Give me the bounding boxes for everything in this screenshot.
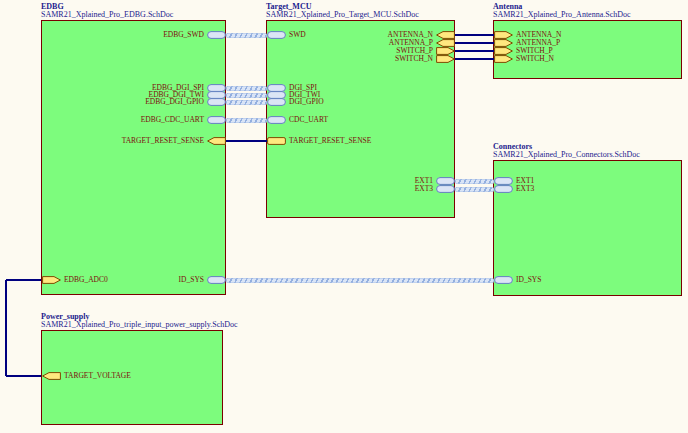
power-supply-title-block: Power_supplySAMR21_Xplained_Pro_triple_i… bbox=[41, 313, 238, 330]
port-label-edbg-edbg-swd: EDBG_SWD bbox=[45, 31, 204, 39]
harness-wire-ext1[interactable] bbox=[455, 179, 494, 184]
net-wire-target-reset-sense[interactable] bbox=[226, 140, 267, 142]
port-antenna-antenna-p[interactable] bbox=[494, 39, 513, 47]
net-wire-switch-n[interactable] bbox=[455, 58, 494, 60]
port-target-mcu-antenna-p[interactable] bbox=[436, 39, 455, 47]
net-wire-switch-p[interactable] bbox=[455, 50, 494, 52]
port-edbg-edbg-dgi-gpio[interactable] bbox=[207, 98, 226, 106]
port-edbg-target-reset-sense[interactable] bbox=[207, 137, 226, 145]
port-target-mcu-switch-n[interactable] bbox=[436, 55, 455, 63]
port-target-mcu-ext3[interactable] bbox=[436, 185, 455, 193]
port-label-target-mcu-ext1: EXT1 bbox=[270, 177, 433, 185]
net-wire-edbg-adc0-to-target-voltage[interactable] bbox=[5, 280, 7, 376]
port-label-power-supply-target-voltage: TARGET_VOLTAGE bbox=[64, 372, 131, 380]
port-label-target-mcu-target-reset-sense: TARGET_RESET_SENSE bbox=[289, 137, 371, 145]
net-wire-antenna-n[interactable] bbox=[455, 34, 494, 36]
antenna-doc-name: SAMR21_Xplained_Pro_Antenna.SchDoc bbox=[493, 11, 631, 20]
port-label-connectors-ext3: EXT3 bbox=[516, 185, 534, 193]
port-label-antenna-switch-n: SWITCH_N bbox=[516, 55, 554, 63]
port-target-mcu-cdc-uart[interactable] bbox=[267, 116, 286, 124]
edbg-title-block: EDBGSAMR21_Xplained_Pro_EDBG.SchDoc bbox=[41, 3, 173, 20]
port-edbg-edbg-cdc-uart[interactable] bbox=[207, 116, 226, 124]
port-label-edbg-edbg-cdc-uart: EDBG_CDC_UART bbox=[45, 116, 204, 124]
harness-wire-dgi-spi[interactable] bbox=[226, 86, 267, 91]
port-power-supply-target-voltage[interactable] bbox=[42, 372, 61, 380]
port-target-mcu-switch-p[interactable] bbox=[436, 47, 455, 55]
harness-wire-swd[interactable] bbox=[226, 33, 267, 38]
port-target-mcu-ext1[interactable] bbox=[436, 177, 455, 185]
port-edbg-edbg-adc0[interactable] bbox=[42, 276, 61, 284]
harness-wire-ext3[interactable] bbox=[455, 187, 494, 192]
sheet-symbol-edbg[interactable] bbox=[41, 20, 226, 295]
port-label-target-mcu-cdc-uart: CDC_UART bbox=[289, 116, 328, 124]
port-edbg-id-sys[interactable] bbox=[207, 276, 226, 284]
port-label-edbg-edbg-dgi-gpio: EDBG_DGI_GPIO bbox=[45, 98, 204, 106]
port-connectors-ext3[interactable] bbox=[494, 185, 513, 193]
port-antenna-switch-n[interactable] bbox=[494, 55, 513, 63]
port-target-mcu-dgi-gpio[interactable] bbox=[267, 98, 286, 106]
port-antenna-antenna-n[interactable] bbox=[494, 31, 513, 39]
port-label-edbg-edbg-adc0: EDBG_ADC0 bbox=[64, 276, 108, 284]
connectors-title-block: ConnectorsSAMR21_Xplained_Pro_Connectors… bbox=[493, 143, 640, 160]
port-edbg-edbg-swd[interactable] bbox=[207, 31, 226, 39]
harness-wire-dgi-twi[interactable] bbox=[226, 93, 267, 98]
target-mcu-title-block: Target_MCUSAMR21_Xplained_Pro_Target_MCU… bbox=[266, 3, 419, 20]
port-connectors-ext1[interactable] bbox=[494, 177, 513, 185]
port-connectors-id-sys[interactable] bbox=[494, 276, 513, 284]
net-wire-antenna-p[interactable] bbox=[455, 42, 494, 44]
net-wire-edbg-adc0-to-target-voltage[interactable] bbox=[6, 279, 41, 281]
net-wire-edbg-adc0-to-target-voltage[interactable] bbox=[6, 375, 41, 377]
antenna-title-block: AntennaSAMR21_Xplained_Pro_Antenna.SchDo… bbox=[493, 3, 631, 20]
port-label-edbg-target-reset-sense: TARGET_RESET_SENSE bbox=[45, 137, 204, 145]
port-label-target-mcu-ext3: EXT3 bbox=[270, 185, 433, 193]
port-target-mcu-target-reset-sense[interactable] bbox=[267, 137, 286, 145]
schematic-sheet: EDBGSAMR21_Xplained_Pro_EDBG.SchDocEDBG_… bbox=[0, 0, 688, 433]
harness-wire-id-sys[interactable] bbox=[226, 278, 494, 283]
target-mcu-doc-name: SAMR21_Xplained_Pro_Target_MCU.SchDoc bbox=[266, 11, 419, 20]
port-label-target-mcu-dgi-gpio: DGI_GPIO bbox=[289, 98, 324, 106]
port-label-connectors-id-sys: ID_SYS bbox=[516, 276, 541, 284]
connectors-doc-name: SAMR21_Xplained_Pro_Connectors.SchDoc bbox=[493, 151, 640, 160]
harness-wire-cdc-uart[interactable] bbox=[226, 118, 267, 123]
port-antenna-switch-p[interactable] bbox=[494, 47, 513, 55]
port-target-mcu-antenna-n[interactable] bbox=[436, 31, 455, 39]
power-supply-doc-name: SAMR21_Xplained_Pro_triple_input_power_s… bbox=[41, 321, 238, 330]
harness-wire-dgi-gpio[interactable] bbox=[226, 100, 267, 105]
port-label-target-mcu-switch-n: SWITCH_N bbox=[270, 55, 433, 63]
edbg-doc-name: SAMR21_Xplained_Pro_EDBG.SchDoc bbox=[41, 11, 173, 20]
